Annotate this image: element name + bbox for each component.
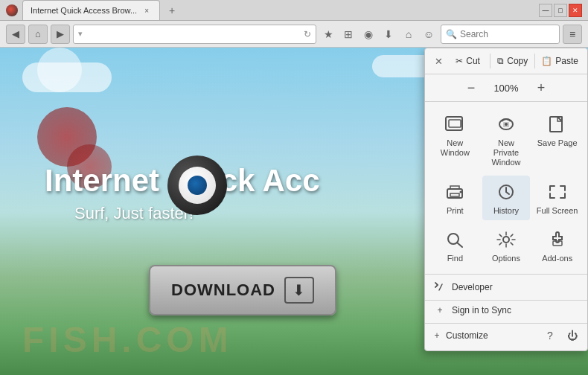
- pocket-icon[interactable]: ◉: [359, 25, 377, 43]
- menu-item-history[interactable]: History: [482, 176, 531, 220]
- bookmark-icon[interactable]: ★: [319, 25, 337, 43]
- maximize-button[interactable]: □: [554, 4, 567, 17]
- sign-in-icon: +: [434, 304, 446, 316]
- print-label: Print: [447, 206, 464, 216]
- logo-pupil: [188, 176, 207, 195]
- options-icon: [494, 229, 518, 250]
- zoom-out-button[interactable]: −: [461, 77, 482, 98]
- svg-rect-8: [450, 193, 459, 196]
- new-window-label: New Window: [434, 138, 476, 158]
- menu-item-options[interactable]: Options: [482, 223, 531, 268]
- tab-title: Internet Quick Access Brow...: [31, 6, 137, 15]
- menu-item-new-private-window[interactable]: New Private Window: [482, 108, 531, 173]
- site-logo: [167, 156, 227, 215]
- menu-grid: New Window New Private Window Save Page: [425, 102, 587, 274]
- title-bar: Internet Quick Access Brow... × + — □ ✕: [0, 0, 588, 21]
- close-button[interactable]: ✕: [569, 4, 582, 17]
- tab-close-button[interactable]: ×: [141, 5, 152, 16]
- cut-copy-paste-row: ✕ ✂ Cut ⧉ Copy 📋 Paste: [425, 48, 587, 74]
- copy-button[interactable]: ⧉ Copy: [493, 53, 531, 69]
- exit-button[interactable]: ⏻: [563, 327, 581, 344]
- menu-bottom-row: + Customize ? ⏻: [425, 323, 587, 347]
- nav-bar: ◀ ⌂ ▶ ▾ ↻ ★ ⊞ ◉ ⬇ ⌂ ☺ 🔍 ≡: [0, 21, 588, 48]
- browser-window: Internet Quick Access Brow... × + — □ ✕ …: [0, 0, 588, 375]
- home-nav-icon[interactable]: ⌂: [400, 25, 418, 43]
- developer-item[interactable]: Developer: [431, 278, 581, 297]
- menu-item-save-page[interactable]: Save Page: [533, 108, 581, 173]
- content-area: Internet Quick Acc Surf, Just faster! DO…: [0, 48, 588, 375]
- search-input[interactable]: [460, 29, 555, 39]
- menu-item-new-window[interactable]: New Window: [431, 108, 479, 173]
- cut-button[interactable]: ✂ Cut: [449, 53, 487, 69]
- bottom-icons: ? ⏻: [541, 327, 581, 344]
- new-private-window-icon: [494, 114, 518, 135]
- svg-line-15: [439, 284, 442, 290]
- home-button[interactable]: ⌂: [28, 25, 48, 44]
- sign-in-button[interactable]: + Sign in to Sync: [431, 301, 581, 320]
- sign-in-section: + Sign in to Sync: [425, 300, 587, 323]
- forward-icon: ▶: [57, 28, 64, 39]
- new-tab-button[interactable]: +: [163, 3, 181, 18]
- url-dropdown-icon: ▾: [78, 29, 83, 39]
- customize-icon: +: [431, 330, 443, 342]
- search-bar[interactable]: 🔍: [441, 25, 560, 44]
- addons-label: Add-ons: [542, 254, 572, 263]
- minimize-button[interactable]: —: [539, 4, 552, 17]
- paste-icon: 📋: [541, 56, 552, 66]
- full-screen-label: Full Screen: [537, 206, 578, 216]
- zoom-minus-icon: −: [467, 80, 476, 96]
- find-label: Find: [447, 254, 463, 263]
- active-tab[interactable]: Internet Quick Access Brow... ×: [22, 0, 160, 20]
- paste-button[interactable]: 📋 Paste: [538, 53, 581, 69]
- full-screen-icon: [546, 182, 569, 202]
- emoji-icon[interactable]: ☺: [420, 25, 438, 43]
- new-window-icon: [443, 114, 467, 135]
- help-icon: ?: [547, 330, 553, 342]
- svg-point-9: [460, 190, 462, 193]
- menu-item-find[interactable]: Find: [431, 223, 479, 268]
- url-bar[interactable]: ▾ ↻: [73, 25, 316, 44]
- url-input[interactable]: [86, 29, 301, 39]
- separator-2: [534, 54, 535, 68]
- menu-button[interactable]: ≡: [563, 25, 582, 44]
- save-page-label: Save Page: [537, 138, 578, 148]
- site-title: Internet Quick Acc: [45, 163, 439, 199]
- menu-footer: Developer: [425, 274, 587, 300]
- home-icon: ⌂: [35, 28, 41, 39]
- menu-close-button[interactable]: ✕: [431, 54, 446, 68]
- find-icon: [443, 229, 467, 250]
- search-icon: 🔍: [446, 29, 457, 39]
- cut-icon: ✂: [456, 56, 463, 66]
- window-controls: — □ ✕: [539, 4, 582, 17]
- copy-label: Copy: [507, 56, 528, 66]
- copy-icon: ⧉: [497, 56, 504, 66]
- back-button[interactable]: ◀: [6, 25, 25, 44]
- nav-icons: ★ ⊞ ◉ ⬇ ⌂ ☺: [319, 25, 438, 43]
- save-page-icon: [546, 114, 569, 135]
- separator-1: [490, 54, 490, 68]
- paste-label: Paste: [555, 56, 578, 66]
- download-icon-box: ⬇: [284, 277, 314, 304]
- site-subtitle: Surf, Just faster!: [74, 204, 194, 223]
- svg-point-13: [503, 237, 509, 243]
- svg-point-4: [505, 123, 508, 126]
- download-icon[interactable]: ⬇: [380, 25, 397, 43]
- developer-label: Developer: [452, 282, 493, 292]
- menu-item-addons[interactable]: Add-ons: [533, 223, 581, 268]
- history-label: History: [493, 206, 519, 216]
- tab-strip: Internet Quick Access Brow... × +: [22, 0, 539, 20]
- addons-icon: [546, 229, 569, 250]
- forward-button[interactable]: ▶: [51, 25, 70, 44]
- download-label: DOWNLOAD: [171, 281, 275, 300]
- exit-icon: ⏻: [567, 330, 578, 342]
- customize-button[interactable]: + Customize: [431, 330, 488, 342]
- watermark: FISH.COM: [22, 319, 233, 360]
- menu-item-print[interactable]: Print: [431, 176, 479, 220]
- menu-item-full-screen[interactable]: Full Screen: [533, 176, 581, 220]
- help-button[interactable]: ?: [541, 327, 559, 344]
- sync-icon[interactable]: ⊞: [339, 25, 357, 43]
- zoom-in-button[interactable]: +: [531, 77, 552, 98]
- refresh-icon[interactable]: ↻: [304, 29, 311, 39]
- new-private-window-label: New Private Window: [485, 138, 528, 168]
- download-button[interactable]: DOWNLOAD ⬇: [149, 265, 336, 315]
